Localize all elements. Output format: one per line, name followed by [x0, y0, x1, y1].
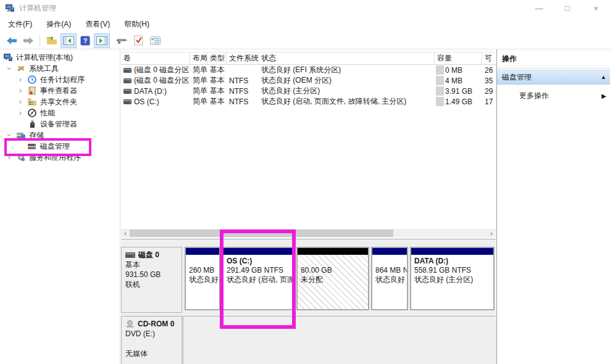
scrollbar-thumb[interactable]: [130, 230, 393, 237]
volume-fs: [227, 65, 259, 75]
disk-icon: [27, 142, 37, 151]
tree-item-label: 设备管理器: [40, 119, 77, 130]
partition-status: 状态良好 (启动, 页面文件, 故障转储, 主分区): [227, 275, 290, 284]
tree-item-computer-management[interactable]: 计算机管理(本地): [0, 52, 120, 63]
volume-icon: [123, 89, 132, 94]
disk0-header[interactable]: 磁盘 0 基本 931.50 GB 联机: [121, 247, 182, 313]
app-icon: [5, 3, 15, 13]
menu-view[interactable]: 查看(V): [79, 19, 116, 30]
device-icon: [27, 120, 37, 128]
more-actions-item[interactable]: 更多操作 ▶: [497, 89, 610, 102]
volume-row[interactable]: OS (C:) 简单 基本 NTFS 状态良好 (启动, 页面文件, 故障转储,…: [121, 96, 496, 107]
title-bar: 计算机管理 — □ ×: [0, 0, 610, 16]
redaction-block: [436, 86, 444, 96]
partition-data-d[interactable]: DATA (D:) 558.91 GB NTFS 状态良好 (主分区): [410, 247, 495, 310]
chevron-right-icon[interactable]: ›: [14, 97, 27, 106]
column-header-free[interactable]: 可: [482, 52, 496, 64]
redaction-block: [436, 76, 444, 85]
partition-os-c[interactable]: OS (C:) 291.49 GB NTFS 状态良好 (启动, 页面文件, 故…: [222, 247, 295, 310]
storage-icon: [16, 131, 26, 139]
column-header-type[interactable]: 类型: [207, 52, 227, 64]
tree-item-services-applications[interactable]: › 服务和应用程序: [0, 152, 120, 163]
tree-item-shared-folders[interactable]: › 共享文件夹: [0, 96, 120, 107]
volume-status: 状态良好 (OEM 分区): [259, 75, 435, 86]
tree-item-device-manager[interactable]: 设备管理器: [0, 118, 120, 130]
maximize-button[interactable]: □: [553, 0, 582, 16]
tree-item-label: 共享文件夹: [40, 97, 77, 107]
volume-row[interactable]: (磁盘 0 磁盘分区 4) 简单 基本 NTFS 状态良好 (OEM 分区) 4…: [121, 75, 496, 86]
scroll-right-arrow[interactable]: ›: [487, 229, 496, 238]
partition-efi[interactable]: . 260 MB 状态良好: [185, 247, 220, 310]
cdrom-name: CD-ROM 0: [138, 319, 174, 329]
event-log-icon: [27, 86, 37, 95]
help-icon[interactable]: ?: [77, 33, 93, 48]
chevron-down-icon[interactable]: ›: [5, 128, 14, 142]
more-actions-label: 更多操作: [519, 91, 549, 101]
disk-management-view: 卷 布局 类型 文件系统 状态 容量 可 (磁盘 0 磁盘分区 1) 简单 基本…: [121, 49, 496, 364]
volume-name: (磁盘 0 磁盘分区 4): [134, 75, 190, 86]
submenu-arrow-icon: ▶: [601, 93, 606, 99]
partition-recovery[interactable]: . 864 MB NTFS 状态良好: [371, 247, 408, 310]
volume-type: 基本: [207, 96, 227, 107]
partition-size: 80.00 GB: [301, 266, 365, 275]
console-tree-toggle-icon[interactable]: [61, 33, 77, 48]
open-folder-icon[interactable]: [44, 33, 60, 48]
check-document-icon[interactable]: [130, 33, 146, 48]
tree-item-storage[interactable]: › 存储: [0, 130, 120, 141]
column-header-status[interactable]: 状态: [259, 52, 435, 64]
volume-table: 卷 布局 类型 文件系统 状态 容量 可 (磁盘 0 磁盘分区 1) 简单 基本…: [121, 52, 496, 107]
minimize-button[interactable]: —: [525, 0, 553, 16]
action-pane-toggle-icon[interactable]: [94, 33, 110, 48]
actions-title: 操作: [497, 49, 610, 68]
menu-file[interactable]: 文件(F): [2, 19, 38, 30]
redaction-block: [436, 65, 444, 75]
column-header-layout[interactable]: 布局: [190, 52, 207, 64]
column-header-capacity[interactable]: 容量: [435, 52, 482, 64]
tree-item-label: 事件查看器: [40, 86, 77, 96]
close-button[interactable]: ×: [582, 0, 610, 16]
chevron-down-icon[interactable]: ›: [5, 62, 14, 75]
tree-item-performance[interactable]: › 性能: [0, 107, 120, 118]
scroll-left-arrow[interactable]: ‹: [121, 229, 130, 238]
cdrom-header[interactable]: CD-ROM 0 DVD (E:) 无媒体: [121, 316, 182, 364]
volume-layout: 简单: [190, 96, 207, 107]
forward-arrow-icon[interactable]: [20, 33, 36, 48]
volume-name: OS (C:): [134, 97, 159, 106]
tree-item-event-viewer[interactable]: › 事件查看器: [0, 85, 120, 96]
partition-unallocated[interactable]: . 80.00 GB 未分配: [296, 247, 369, 310]
disk-tool-icon[interactable]: [114, 33, 130, 48]
menu-action[interactable]: 操作(A): [40, 19, 77, 30]
chevron-right-icon[interactable]: ›: [14, 86, 27, 95]
cdrom-media: 无媒体: [125, 349, 178, 358]
menu-help[interactable]: 帮助(H): [118, 19, 156, 30]
tree-item-task-scheduler[interactable]: › 任务计划程序: [0, 74, 120, 85]
column-header-fs[interactable]: 文件系统: [227, 52, 259, 64]
section-label: 磁盘管理: [502, 72, 532, 83]
horizontal-scrollbar[interactable]: ‹ ›: [121, 229, 496, 238]
tools-icon: [16, 64, 26, 73]
volume-type: 基本: [207, 75, 227, 86]
chevron-right-icon[interactable]: ›: [2, 153, 16, 162]
chevron-right-icon[interactable]: ›: [14, 109, 27, 117]
cdrom-partition-area: [183, 316, 496, 364]
disk-name: 磁盘 0: [138, 250, 159, 260]
column-header-volume[interactable]: 卷: [121, 52, 190, 64]
back-arrow-icon[interactable]: [4, 33, 20, 48]
partition-name: OS (C:): [227, 257, 290, 266]
disk-size: 931.50 GB: [125, 270, 178, 279]
volume-layout: 简单: [190, 65, 207, 75]
chevron-right-icon[interactable]: ›: [14, 75, 27, 84]
volume-row[interactable]: (磁盘 0 磁盘分区 1) 简单 基本 状态良好 (EFI 系统分区) 0 MB…: [121, 65, 496, 75]
volume-icon: [123, 78, 132, 83]
tree-item-system-tools[interactable]: › 系统工具: [0, 63, 120, 74]
toolbar-separator: [40, 35, 40, 47]
tree-item-disk-management[interactable]: 磁盘管理: [0, 141, 120, 152]
clock-icon: [27, 75, 37, 84]
property-list-icon[interactable]: [147, 33, 163, 48]
toolbar: ?: [0, 32, 610, 49]
collapse-arrow-icon[interactable]: ▲: [601, 74, 606, 80]
volume-capacity: 3.91 GB: [445, 87, 472, 96]
partition-status: 状态良好: [375, 275, 404, 284]
actions-section-disk-management[interactable]: 磁盘管理 ▲: [497, 70, 610, 85]
volume-row[interactable]: DATA (D:) 简单 基本 NTFS 状态良好 (主分区) 3.91 GB …: [121, 86, 496, 96]
